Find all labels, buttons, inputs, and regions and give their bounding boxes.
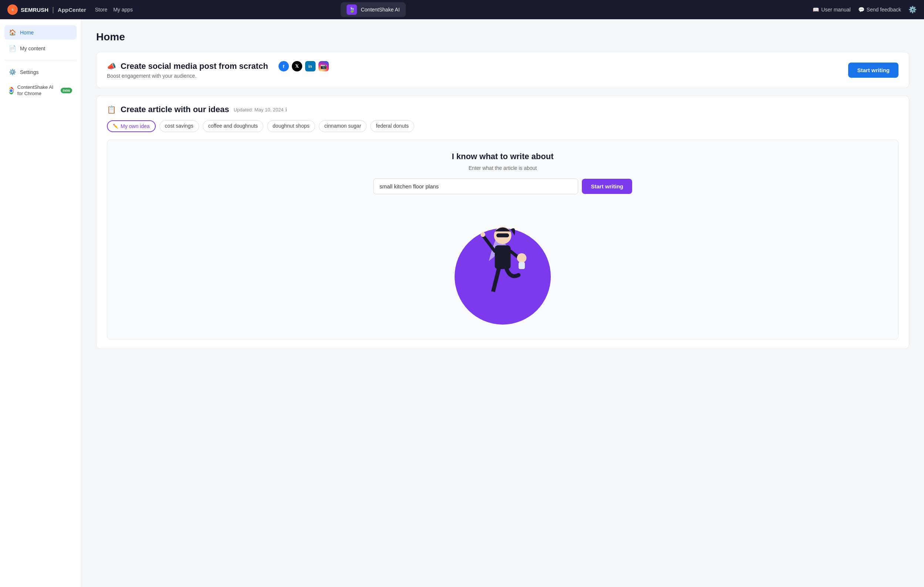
app-selector[interactable]: 🍃 ContentShake AI xyxy=(341,2,406,17)
user-manual-button[interactable]: 📖 User manual xyxy=(813,7,850,13)
new-badge: new xyxy=(61,88,72,93)
social-icons-row: f 𝕏 in 📷 xyxy=(279,61,329,71)
contentshake-app-icon: 🍃 xyxy=(346,5,357,15)
svg-rect-7 xyxy=(497,233,509,238)
page-title: Home xyxy=(96,31,909,43)
illustration-area xyxy=(116,206,889,324)
feedback-icon: 💬 xyxy=(858,7,865,13)
chrome-icon xyxy=(9,87,14,94)
info-icon[interactable]: ℹ xyxy=(285,107,287,112)
semrush-icon: S xyxy=(7,5,18,15)
settings-gear-icon[interactable]: ⚙️ xyxy=(909,5,917,14)
hero-figure-svg xyxy=(455,213,551,324)
main-content: Home 📣 Create social media post from scr… xyxy=(81,19,924,587)
megaphone-icon: 📣 xyxy=(107,62,116,71)
sidebar: 🏠 Home 📄 My content ⚙️ Settings ContentS… xyxy=(0,19,81,587)
svg-point-10 xyxy=(517,253,527,263)
social-card-subtitle: Boost engagement with your audience. xyxy=(107,73,329,79)
appcenter-label: AppCenter xyxy=(58,7,86,13)
tag-cost-savings[interactable]: cost savings xyxy=(159,120,199,132)
settings-icon: ⚙️ xyxy=(9,68,16,76)
facebook-icon: f xyxy=(279,61,289,71)
social-media-card: 📣 Create social media post from scratch … xyxy=(96,52,909,88)
tag-coffee-and-doughnuts[interactable]: coffee and doughnuts xyxy=(203,120,263,132)
sidebar-item-my-content[interactable]: 📄 My content xyxy=(5,41,77,56)
svg-rect-11 xyxy=(518,262,525,269)
content-icon: 📄 xyxy=(9,45,16,52)
tag-my-own-idea[interactable]: ✏️ My own idea xyxy=(107,120,156,132)
store-link[interactable]: Store xyxy=(95,7,107,13)
app-name-label: ContentShake AI xyxy=(361,7,399,13)
idea-panel-title: I know what to write about xyxy=(116,152,889,161)
social-card-left: 📣 Create social media post from scratch … xyxy=(107,61,329,79)
topnav-links: Store My apps xyxy=(95,7,133,13)
pen-icon: ✏️ xyxy=(113,124,118,129)
sidebar-item-chrome[interactable]: ContentShake AI for Chrome new xyxy=(5,81,77,101)
layout: 🏠 Home 📄 My content ⚙️ Settings ContentS… xyxy=(0,0,924,587)
twitter-x-icon: 𝕏 xyxy=(292,61,302,71)
social-start-writing-button[interactable]: Start writing xyxy=(848,63,898,78)
sidebar-item-home-label: Home xyxy=(20,30,34,36)
tag-federal-donuts[interactable]: federal donuts xyxy=(370,120,414,132)
svg-line-3 xyxy=(483,235,495,251)
svg-line-8 xyxy=(493,269,498,293)
article-card: 📋 Create article with our ideas Updated:… xyxy=(96,96,909,349)
article-start-writing-button[interactable]: Start writing xyxy=(582,179,632,194)
top-navigation: S SEMRUSH | AppCenter Store My apps 🍃 Co… xyxy=(0,0,924,19)
idea-panel: I know what to write about Enter what th… xyxy=(107,139,898,340)
topnav-right-actions: 📖 User manual 💬 Send feedback ⚙️ xyxy=(813,5,917,14)
sidebar-item-settings[interactable]: ⚙️ Settings xyxy=(5,65,77,79)
topic-input[interactable] xyxy=(373,179,578,194)
linkedin-icon: in xyxy=(305,61,315,71)
sidebar-chrome-label: ContentShake AI for Chrome xyxy=(17,84,57,97)
semrush-label: SEMRUSH xyxy=(21,7,48,13)
svg-rect-2 xyxy=(495,245,511,269)
send-feedback-button[interactable]: 💬 Send feedback xyxy=(858,7,901,13)
svg-text:S: S xyxy=(12,8,13,12)
svg-point-4 xyxy=(480,232,485,237)
tags-row: ✏️ My own idea cost savings coffee and d… xyxy=(107,120,898,132)
sidebar-item-home[interactable]: 🏠 Home xyxy=(5,25,77,40)
svg-point-9 xyxy=(485,291,497,297)
article-doc-icon: 📋 xyxy=(107,105,116,114)
tag-cinnamon-sugar[interactable]: cinnamon sugar xyxy=(319,120,367,132)
instagram-icon: 📷 xyxy=(318,61,329,71)
article-card-title: Create article with our ideas xyxy=(120,105,229,114)
brand-logo[interactable]: S SEMRUSH | AppCenter xyxy=(7,5,86,15)
tag-doughnut-shops[interactable]: doughnut shops xyxy=(267,120,315,132)
idea-panel-subtitle: Enter what the article is about xyxy=(116,165,889,171)
hero-illustration xyxy=(451,206,554,324)
sidebar-item-my-content-label: My content xyxy=(20,46,45,51)
sidebar-divider xyxy=(5,60,77,60)
home-icon: 🏠 xyxy=(9,29,16,36)
updated-badge: Updated: May 10, 2024 ℹ xyxy=(233,107,287,112)
myapps-link[interactable]: My apps xyxy=(113,7,133,13)
social-card-title: Create social media post from scratch xyxy=(120,61,268,71)
brand-divider: | xyxy=(52,6,54,14)
book-icon: 📖 xyxy=(813,7,819,13)
sidebar-item-settings-label: Settings xyxy=(20,69,39,75)
article-card-header: 📋 Create article with our ideas Updated:… xyxy=(107,105,898,114)
idea-input-row: Start writing xyxy=(373,179,632,194)
